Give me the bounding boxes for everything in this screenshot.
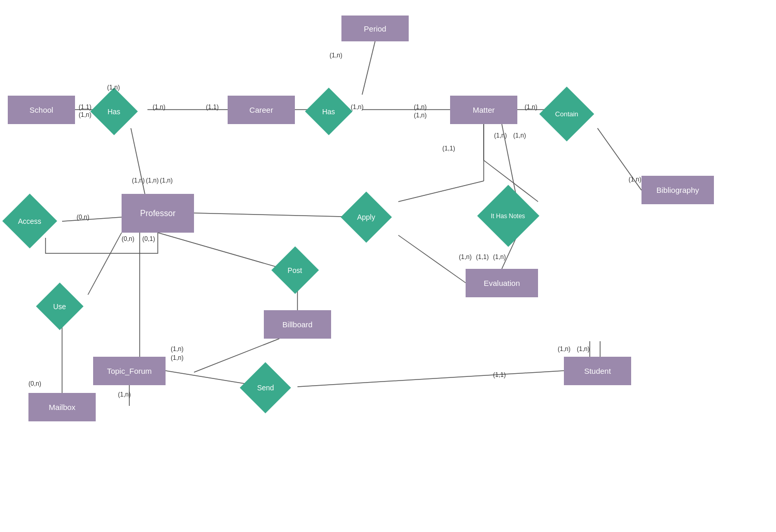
card-matter-contain: (1,n) (525, 103, 538, 111)
entity-bibliography: Bibliography (641, 176, 714, 204)
card-has1-career-left: (1,n) (153, 103, 166, 111)
svg-line-0 (362, 41, 375, 95)
svg-line-17 (158, 233, 292, 271)
entity-student: Student (564, 357, 631, 385)
rel-has1: Has (91, 88, 138, 135)
card-has2-matter-left: (1,n) (351, 103, 364, 111)
entity-evaluation: Evaluation (466, 269, 538, 297)
card-topic-bottom: (1,n) (118, 391, 131, 398)
card-send-student: (1,1) (493, 371, 506, 378)
entity-billboard: Billboard (264, 310, 331, 339)
card-period-has2: (1,n) (330, 52, 342, 59)
entity-school: School (8, 96, 75, 124)
card-matter-ihn: (1,n) (494, 132, 507, 139)
card-has1-top: (1,n) (107, 84, 120, 91)
card-ihn-eval1: (1,n) (459, 253, 472, 261)
card-has1-prof2: (1,n) (146, 177, 159, 184)
rel-it-has-notes: It Has Notes (477, 185, 539, 247)
card-matter-left2: (1,n) (414, 112, 427, 119)
svg-line-12 (62, 217, 122, 221)
card-topic-send1: (1,n) (171, 345, 184, 353)
rel-apply: Apply (341, 192, 392, 243)
card-matter-apply: (1,1) (442, 145, 455, 152)
entity-topic-forum: Topic_Forum (93, 357, 166, 385)
card-matter-left: (1,n) (414, 103, 427, 111)
card-school-has1-right2: (1,n) (79, 111, 92, 118)
entity-mailbox: Mailbox (28, 393, 96, 421)
entity-career: Career (228, 96, 295, 124)
card-use-mailbox: (0,n) (28, 380, 41, 387)
card-school-has1-right: (1,1) (79, 103, 92, 111)
svg-line-23 (297, 371, 564, 387)
rel-access: Access (2, 193, 57, 248)
svg-line-19 (88, 233, 122, 295)
card-ihn-eval3: (1,n) (493, 253, 506, 261)
card-has1-prof3: (1,n) (160, 177, 173, 184)
card-access-prof: (0,n) (77, 214, 89, 221)
svg-line-9 (398, 181, 484, 202)
rel-send: Send (240, 362, 291, 414)
card-student-top1: (1,n) (558, 345, 571, 353)
card-career-has2-left: (1,1) (206, 103, 219, 111)
card-prof-access1: (0,n) (122, 235, 135, 242)
rel-post: Post (272, 247, 319, 294)
rel-has2: Has (305, 88, 353, 135)
card-has1-prof1: (1,n) (132, 177, 145, 184)
card-ihn-eval2: (1,1) (476, 253, 489, 261)
entity-period: Period (341, 16, 409, 41)
svg-line-11 (194, 213, 365, 217)
entity-professor: Professor (122, 194, 194, 233)
connection-lines (0, 0, 776, 532)
card-contain-bib: (1,n) (629, 176, 641, 183)
rel-contain: Contain (539, 86, 594, 141)
card-student-top2: (1,n) (577, 345, 590, 353)
rel-use: Use (36, 283, 84, 330)
er-diagram: Period School Career Matter Bibliography… (0, 0, 776, 532)
card-prof-access2: (0,1) (142, 235, 155, 242)
card-matter-ihn2: (1,n) (513, 132, 526, 139)
entity-matter: Matter (450, 96, 517, 124)
svg-line-14 (398, 235, 466, 283)
card-topic-send2: (1,n) (171, 354, 184, 361)
